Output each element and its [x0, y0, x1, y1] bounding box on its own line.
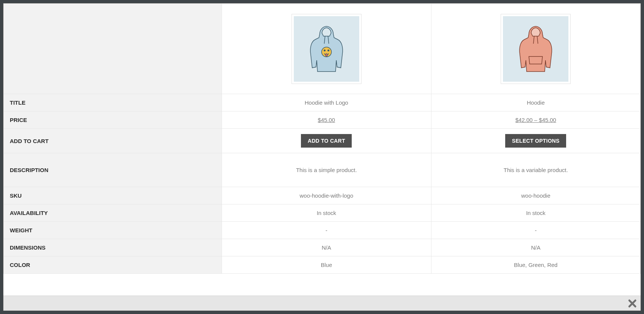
product-color-1: Blue, Green, Red	[431, 256, 641, 274]
row-color: COLOR Blue Blue, Green, Red	[4, 256, 641, 274]
row-dimensions: DIMENSIONS N/A N/A	[4, 239, 641, 256]
product-image-cell-0	[222, 4, 431, 94]
price-link-0[interactable]: $45.00	[318, 117, 335, 123]
close-icon[interactable]	[628, 299, 637, 308]
product-availability-1: In stock	[431, 204, 641, 222]
product-color-0: Blue	[222, 256, 431, 274]
row-description: DESCRIPTION This is a simple product. Th…	[4, 153, 641, 187]
product-sku-1: woo-hoodie	[431, 187, 641, 204]
row-image	[4, 4, 641, 94]
product-cart-0: ADD TO CART	[222, 129, 431, 153]
svg-point-4	[327, 49, 329, 51]
product-description-1: This is a variable product.	[431, 153, 641, 187]
row-title: TITLE Hoodie with Logo Hoodie	[4, 94, 641, 111]
label-availability: AVAILABILITY	[4, 204, 222, 222]
product-dimensions-0: N/A	[222, 239, 431, 256]
label-weight: WEIGHT	[4, 222, 222, 239]
product-cart-1: SELECT OPTIONS	[431, 129, 641, 153]
svg-point-3	[324, 49, 325, 51]
product-image-cell-1	[431, 4, 641, 94]
label-add-to-cart: ADD TO CART	[4, 129, 222, 153]
product-dimensions-1: N/A	[431, 239, 641, 256]
product-availability-0: In stock	[222, 204, 431, 222]
product-image-1[interactable]	[501, 14, 571, 84]
row-sku: SKU woo-hoodie-with-logo woo-hoodie	[4, 187, 641, 204]
product-weight-1: -	[431, 222, 641, 239]
svg-point-5	[325, 53, 328, 56]
label-image	[4, 4, 222, 94]
product-title-1[interactable]: Hoodie	[431, 94, 641, 111]
row-price: PRICE $45.00 $42.00 – $45.00	[4, 111, 641, 129]
product-description-0: This is a simple product.	[222, 153, 431, 187]
price-link-1[interactable]: $42.00 – $45.00	[515, 117, 556, 123]
row-weight: WEIGHT - -	[4, 222, 641, 239]
modal-overlay: TITLE Hoodie with Logo Hoodie PRICE $45.…	[0, 0, 644, 314]
compare-scroll-area[interactable]: TITLE Hoodie with Logo Hoodie PRICE $45.…	[3, 3, 641, 296]
add-to-cart-button[interactable]: ADD TO CART	[301, 134, 352, 148]
label-title: TITLE	[4, 94, 222, 111]
hoodie-red-icon	[503, 16, 568, 82]
select-options-button[interactable]: SELECT OPTIONS	[505, 134, 566, 148]
product-weight-0: -	[222, 222, 431, 239]
label-color: COLOR	[4, 256, 222, 274]
compare-modal: TITLE Hoodie with Logo Hoodie PRICE $45.…	[3, 3, 641, 311]
product-price-0: $45.00	[222, 111, 431, 129]
label-dimensions: DIMENSIONS	[4, 239, 222, 256]
compare-table: TITLE Hoodie with Logo Hoodie PRICE $45.…	[3, 3, 641, 274]
product-sku-0: woo-hoodie-with-logo	[222, 187, 431, 204]
label-sku: SKU	[4, 187, 222, 204]
product-image-0[interactable]	[292, 14, 361, 84]
label-description: DESCRIPTION	[4, 153, 222, 187]
hoodie-blue-logo-icon	[294, 16, 359, 82]
label-price: PRICE	[4, 111, 222, 129]
product-title-0[interactable]: Hoodie with Logo	[222, 94, 431, 111]
product-price-1: $42.00 – $45.00	[431, 111, 641, 129]
modal-footer	[3, 296, 641, 311]
row-add-to-cart: ADD TO CART ADD TO CART SELECT OPTIONS	[4, 129, 641, 153]
row-availability: AVAILABILITY In stock In stock	[4, 204, 641, 222]
